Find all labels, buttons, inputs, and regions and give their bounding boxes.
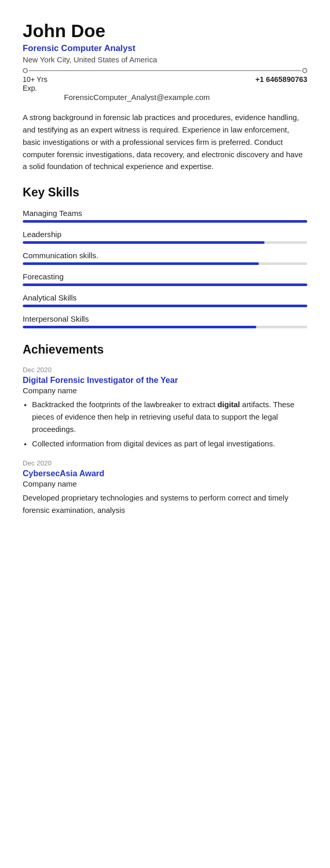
dot-left: [23, 68, 28, 73]
achievement-company: Company name: [23, 387, 307, 395]
skill-bar-bg: [23, 283, 307, 286]
phone: +1 6465890763: [255, 75, 307, 84]
line: [29, 70, 301, 71]
skill-bar-bg: [23, 262, 307, 265]
skill-bar-bg: [23, 326, 307, 328]
skill-bar-fill: [23, 283, 307, 286]
achievements-title: Achievements: [23, 343, 307, 357]
email-row: ForensicComputer_Analyst@example.com: [64, 93, 307, 102]
skill-label: Analytical Skills: [23, 293, 307, 302]
summary: A strong background in forensic lab prac…: [23, 112, 307, 173]
skill-analytical: Analytical Skills: [23, 293, 307, 307]
achievement-title-2: CybersecAsia Award: [23, 469, 307, 478]
location: New York City, United States of America: [23, 56, 307, 64]
achievement-1: Dec 2020 Digital Forensic Investigator o…: [23, 366, 307, 450]
achievement-date: Dec 2020: [23, 366, 307, 374]
dot-right: [302, 68, 307, 73]
skill-bar-bg: [23, 305, 307, 307]
skill-managing-teams: Managing Teams: [23, 209, 307, 223]
skill-bar-fill: [23, 305, 307, 307]
skill-communication: Communication skills.: [23, 251, 307, 265]
achievement-company-2: Company name: [23, 480, 307, 488]
skill-bar-bg: [23, 241, 307, 244]
skill-interpersonal: Interpersonal Skills: [23, 314, 307, 328]
skill-label: Interpersonal Skills: [23, 314, 307, 323]
skills-section: Key Skills Managing Teams Leadership Com…: [23, 186, 307, 328]
contact-row: 10+ YrsExp. +1 6465890763: [23, 75, 307, 92]
skill-bar-fill: [23, 220, 307, 223]
achievement-bullets: Backtracked the footprints of the lawbre…: [32, 399, 307, 450]
email: ForensicComputer_Analyst@example.com: [64, 93, 210, 102]
achievement-2: Dec 2020 CybersecAsia Award Company name…: [23, 459, 307, 517]
skill-bar-fill: [23, 262, 259, 265]
achievement-title: Digital Forensic Investigator of the Yea…: [23, 376, 307, 385]
achievement-description-2: Developed proprietary technologies and s…: [23, 492, 307, 517]
experience: 10+ YrsExp.: [23, 75, 47, 92]
skill-label: Communication skills.: [23, 251, 307, 260]
skill-label: Leadership: [23, 230, 307, 239]
skill-label: Managing Teams: [23, 209, 307, 218]
divider: [23, 68, 307, 73]
bullet-2: Collected information from digital devic…: [32, 438, 307, 450]
skill-forecasting: Forecasting: [23, 272, 307, 286]
skill-bar-bg: [23, 220, 307, 223]
achievements-section: Achievements Dec 2020 Digital Forensic I…: [23, 343, 307, 517]
achievement-date-2: Dec 2020: [23, 459, 307, 467]
skill-bar-fill: [23, 326, 256, 328]
bullet-1: Backtracked the footprints of the lawbre…: [32, 399, 307, 436]
job-title: Forensic Computer Analyst: [23, 43, 307, 54]
skills-title: Key Skills: [23, 186, 307, 199]
candidate-name: John Doe: [23, 21, 307, 41]
skill-bar-fill: [23, 241, 265, 244]
skill-leadership: Leadership: [23, 230, 307, 244]
skill-label: Forecasting: [23, 272, 307, 281]
